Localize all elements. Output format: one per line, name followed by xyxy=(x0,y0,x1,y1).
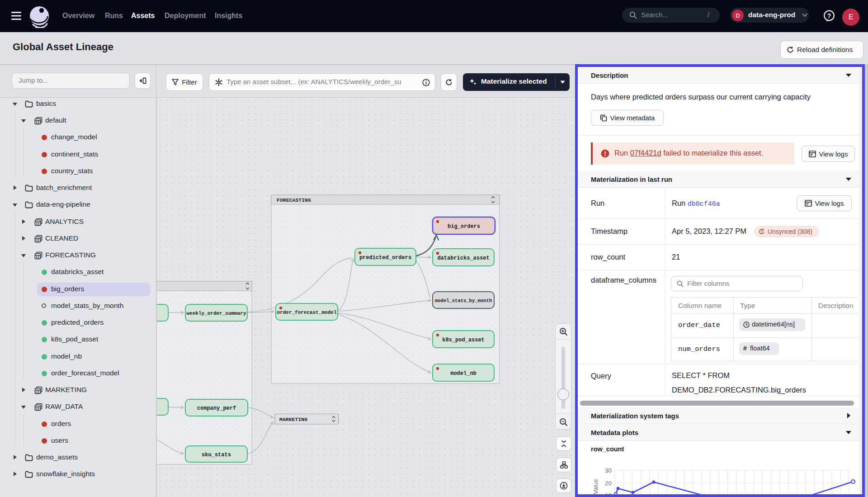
svg-text:10: 10 xyxy=(605,492,612,494)
svg-text:MARKETING: MARKETING xyxy=(279,417,307,422)
svg-text:sku_stats: sku_stats xyxy=(202,452,231,458)
svg-text:big_orders: big_orders xyxy=(448,223,480,230)
svg-text:order_forecast_model: order_forecast_model xyxy=(277,310,336,315)
svg-text:20: 20 xyxy=(605,480,612,487)
svg-text:k8s_pod_asset: k8s_pod_asset xyxy=(442,337,485,343)
svg-text:company_perf: company_perf xyxy=(197,405,236,412)
svg-text:?: ? xyxy=(827,12,831,19)
svg-text:databricks_asset: databricks_asset xyxy=(437,255,489,261)
svg-text:model_stats_by_month: model_stats_by_month xyxy=(435,298,492,303)
svg-text:weekly_order_summary: weekly_order_summary xyxy=(186,311,246,316)
svg-text:predicted_orders: predicted_orders xyxy=(359,255,411,261)
svg-text:FORECASTING: FORECASTING xyxy=(277,197,311,203)
svg-text:model_nb: model_nb xyxy=(450,370,476,377)
svg-text:30: 30 xyxy=(605,467,612,474)
svg-text:Value: Value xyxy=(592,479,599,494)
